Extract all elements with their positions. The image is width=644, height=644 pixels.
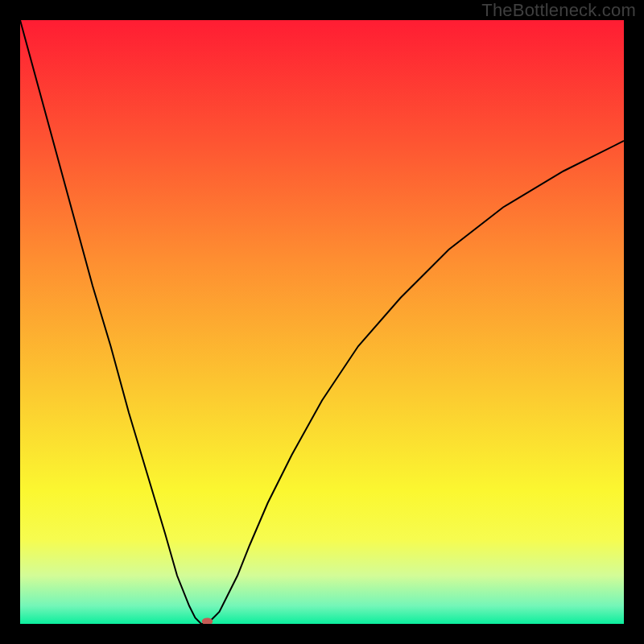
watermark-text: TheBottleneck.com	[481, 0, 636, 21]
chart-background	[20, 20, 624, 624]
chart-svg	[20, 20, 624, 624]
bottleneck-chart	[20, 20, 624, 624]
chart-frame: TheBottleneck.com	[0, 0, 644, 644]
